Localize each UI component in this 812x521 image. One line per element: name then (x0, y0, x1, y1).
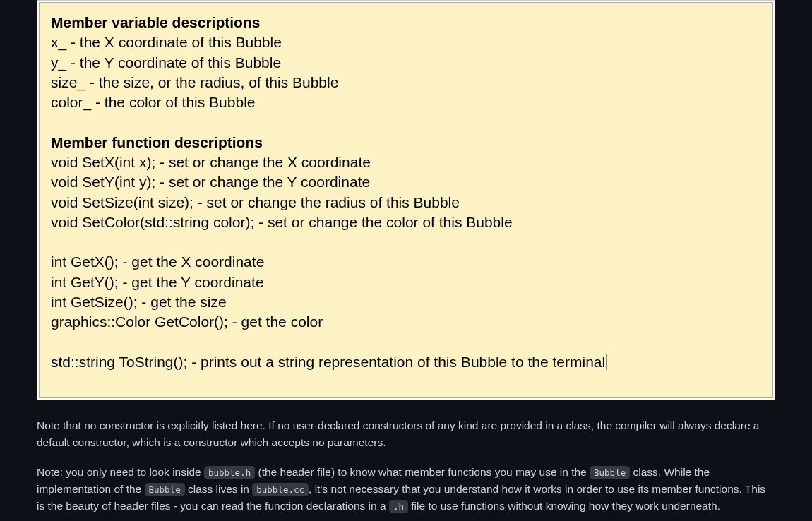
func-line: void SetY(int y); - set or change the Y … (51, 172, 761, 192)
func-line: void SetColor(std::string color); - set … (51, 212, 761, 232)
func-line: int GetX(); - get the X coordinate (51, 252, 761, 272)
var-line: size_ - the size, or the radius, of this… (51, 73, 761, 92)
spacer (51, 333, 761, 352)
note-text: class lives in (185, 483, 253, 495)
member-vars-heading: Member variable descriptions (51, 13, 761, 32)
func-line: std::string ToString(); - prints out a s… (51, 352, 761, 372)
description-box-inner: Member variable descriptions x_ - the X … (39, 2, 773, 398)
var-line: y_ - the Y coordinate of this Bubble (51, 53, 761, 73)
func-line: int GetY(); - get the Y coordinate (51, 273, 761, 292)
spacer (51, 113, 761, 133)
note-text: (the header file) to know what member fu… (255, 466, 590, 478)
description-box: Member variable descriptions x_ - the X … (37, 0, 775, 400)
content-wrapper: Member variable descriptions x_ - the X … (0, 0, 812, 515)
func-line: void SetSize(int size); - set or change … (51, 193, 761, 212)
member-funcs-heading: Member function descriptions (51, 133, 761, 152)
inline-code-h-ext: .h (389, 500, 408, 513)
spacer (51, 232, 761, 252)
note-text: file to use functions without knowing ho… (408, 500, 720, 512)
note-text: Note: you only need to look inside (37, 466, 204, 478)
func-line: int GetSize(); - get the size (51, 292, 761, 312)
note-paragraph-2: Note: you only need to look inside bubbl… (37, 464, 775, 515)
text-cursor (606, 354, 607, 370)
func-line: void SetX(int x); - set or change the X … (51, 152, 761, 172)
tostring-text: std::string ToString(); - prints out a s… (51, 354, 605, 370)
var-line: color_ - the color of this Bubble (51, 92, 761, 112)
inline-code-bubble-class: Bubble (590, 466, 630, 479)
inline-code-bubble-h: bubble.h (204, 466, 255, 479)
var-line: x_ - the X coordinate of this Bubble (51, 32, 761, 52)
inline-code-bubble-cc: bubble.cc (252, 483, 309, 496)
func-line: graphics::Color GetColor(); - get the co… (51, 312, 761, 332)
note-paragraph-1: Note that no constructor is explicitly l… (37, 417, 775, 451)
inline-code-bubble-class: Bubble (145, 483, 185, 496)
